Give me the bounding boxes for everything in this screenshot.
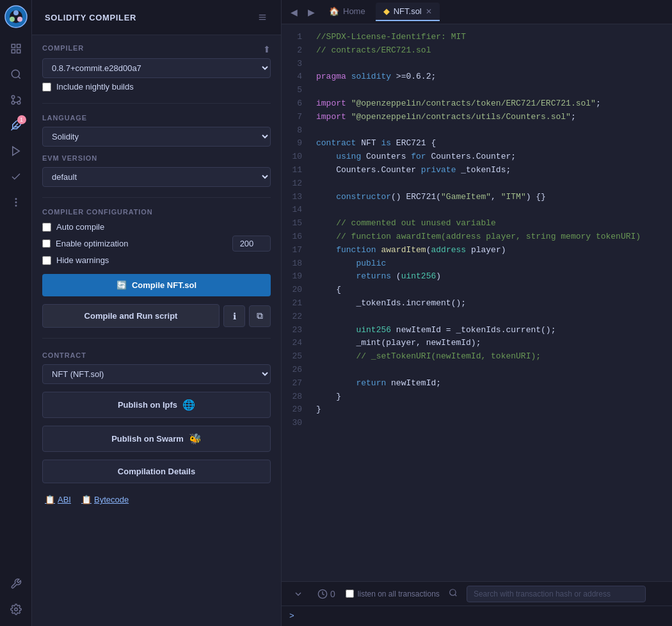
optimization-value-input[interactable] [232,236,271,252]
contract-section-label: CONTRACT [42,351,271,359]
close-tab-btn[interactable]: ✕ [426,7,432,16]
wrench-icon-btn[interactable] [4,572,28,595]
sidebar-item-test[interactable] [4,165,28,188]
settings-icon-btn[interactable] [4,598,28,621]
sidebar-panel: SOLIDITY COMPILER COMPILER ⬆ 0.8.7+commi… [32,0,282,626]
abi-label: ABI [58,495,71,504]
script-row: Compile and Run script ℹ ⧉ [42,304,271,328]
svg-rect-8 [17,50,20,53]
svg-rect-5 [12,44,15,47]
sidebar-collapse-btn[interactable] [254,9,271,26]
nightly-builds-checkbox[interactable] [42,83,51,92]
ipfs-icon: 🌐 [182,399,195,411]
evm-section: EVM VERSION defaultlondonberlinistanbul [42,154,271,187]
compiler-version-select[interactable]: 0.8.7+commit.e28d00a70.8.6+commit.11564f… [42,58,271,78]
svg-point-13 [12,101,15,104]
config-section-label: COMPILER CONFIGURATION [42,208,271,216]
sidebar-title: SOLIDITY COMPILER [45,13,136,22]
svg-point-2 [13,10,19,15]
bytecode-icon: 📋 [81,495,92,504]
hide-warnings-row: Hide warnings [42,254,271,266]
prompt-symbol: > [289,611,294,621]
evm-section-label: EVM VERSION [42,154,271,162]
language-section: LANGUAGE SolidityYul [42,114,271,147]
publish-swarm-label: Publish on Swarm [111,434,184,444]
home-icon: 🏠 [329,6,339,16]
hide-warnings-label: Hide warnings [56,255,109,265]
clock-btn[interactable]: 0 [314,586,339,602]
svg-marker-16 [12,147,19,156]
config-section: COMPILER CONFIGURATION Auto compile Enab… [42,208,271,266]
svg-point-19 [15,205,17,207]
console-area: > [282,606,672,626]
editor-area: 12345 678910 1112131415 1617181920 21222… [282,24,672,581]
optimization-checkbox[interactable] [42,239,51,248]
status-bar: 0 listen on all transactions [282,581,672,606]
abi-icon: 📋 [45,495,55,504]
listen-checkbox[interactable] [346,590,354,598]
tab-nav-next[interactable]: ▶ [304,4,319,20]
svg-rect-6 [17,44,20,47]
publish-swarm-btn[interactable]: Publish on Swarm 🐝 [42,426,271,452]
listen-row: listen on all transactions [346,590,440,598]
bytecode-link[interactable]: 📋 Bytecode [81,495,129,504]
main-area: ◀ ▶ 🏠 Home ◆ NFT.sol ✕ 12345 678910 1112… [282,0,672,626]
auto-compile-checkbox[interactable] [42,223,51,232]
sidebar-item-plugins[interactable]: 1 [4,114,28,137]
compile-btn[interactable]: 🔄 Compile NFT.sol [42,274,271,296]
arrow-down-btn[interactable] [289,586,307,602]
bytecode-label: Bytecode [94,495,129,504]
svg-rect-7 [12,50,15,53]
svg-point-3 [10,17,15,22]
language-section-label: LANGUAGE [42,114,271,122]
svg-line-26 [455,595,457,597]
tab-bar: ◀ ▶ 🏠 Home ◆ NFT.sol ✕ [282,0,672,24]
sidebar-item-debug[interactable] [4,140,28,163]
svg-point-12 [12,95,15,99]
compiler-section: COMPILER ⬆ 0.8.7+commit.e28d00a70.8.6+co… [42,44,271,93]
abi-row: 📋 ABI 📋 Bytecode [42,491,271,504]
tab-home[interactable]: 🏠 Home [321,3,373,21]
tab-nft-sol[interactable]: ◆ NFT.sol ✕ [376,3,440,21]
icon-bar: 1 [0,0,32,626]
evm-select[interactable]: defaultlondonberlinistanbul [42,167,271,187]
publish-ipfs-btn[interactable]: Publish on Ipfs 🌐 [42,392,271,418]
swarm-icon: 🐝 [189,433,202,445]
auto-compile-label: Auto compile [56,222,104,232]
tab-nav-prev[interactable]: ◀ [287,4,301,20]
code-editor[interactable]: //SPDX-License-Identifier: MIT // contra… [314,24,672,581]
auto-compile-row: Auto compile [42,221,271,233]
optimization-row: Enable optimization [42,236,271,252]
tab-nft-sol-label: NFT.sol [394,6,422,16]
sidebar-header: SOLIDITY COMPILER [32,0,281,35]
sidebar-item-files[interactable] [4,37,28,60]
optimization-label: Enable optimization [56,239,227,248]
info-btn[interactable]: ℹ [223,305,245,327]
search-tx-btn[interactable] [446,586,460,602]
contract-section: CONTRACT NFT (NFT.sol) [42,351,271,384]
sidebar-item-git[interactable] [4,88,28,111]
compilation-details-btn[interactable]: Compilation Details [42,460,271,483]
language-select[interactable]: SolidityYul [42,127,271,147]
hide-warnings-checkbox[interactable] [42,256,51,265]
compile-icon: 🔄 [116,280,127,290]
svg-point-17 [15,198,17,200]
tx-count: 0 [330,589,335,599]
sidebar-item-more[interactable] [4,191,28,214]
svg-point-18 [15,202,17,203]
sidebar-item-search[interactable] [4,63,28,86]
compile-run-btn[interactable]: Compile and Run script [42,304,220,328]
nightly-builds-label: Include nightly builds [56,82,134,92]
svg-line-10 [18,76,20,78]
search-tx-input[interactable] [467,586,646,602]
contract-select[interactable]: NFT (NFT.sol) [42,364,271,384]
compile-btn-label: Compile NFT.sol [132,280,196,290]
listen-label: listen on all transactions [358,590,440,598]
compile-run-label: Compile and Run script [84,311,178,321]
compiler-upload-icon[interactable]: ⬆ [263,44,271,54]
abi-link[interactable]: 📋 ABI [45,495,71,504]
svg-point-9 [12,70,19,77]
copy-btn[interactable]: ⧉ [249,305,271,327]
app-logo [4,5,28,28]
compilation-details-label: Compilation Details [118,467,195,476]
